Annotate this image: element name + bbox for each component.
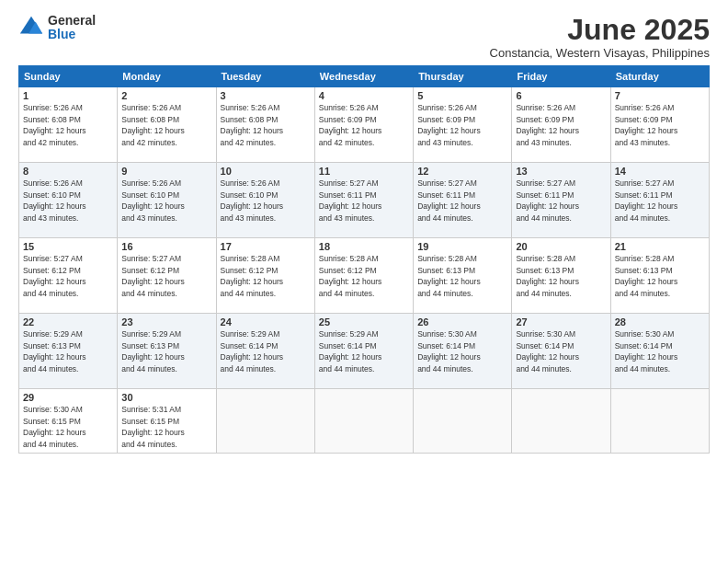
day-info: Sunrise: 5:26 AMSunset: 6:08 PMDaylight:… xyxy=(221,103,284,146)
day-number: 17 xyxy=(221,241,311,252)
day-number: 8 xyxy=(23,166,113,177)
day-number: 29 xyxy=(23,392,113,403)
table-row: 2 Sunrise: 5:26 AMSunset: 6:08 PMDayligh… xyxy=(118,87,216,163)
table-row: 24 Sunrise: 5:29 AMSunset: 6:14 PMDaylig… xyxy=(216,314,314,389)
table-row: 3 Sunrise: 5:26 AMSunset: 6:08 PMDayligh… xyxy=(216,87,314,163)
header-friday: Friday xyxy=(512,66,610,87)
day-number: 6 xyxy=(516,90,606,101)
header-sunday: Sunday xyxy=(19,66,118,87)
day-info: Sunrise: 5:26 AMSunset: 6:08 PMDaylight:… xyxy=(23,103,86,146)
day-info: Sunrise: 5:30 AMSunset: 6:14 PMDaylight:… xyxy=(516,329,579,373)
header-tuesday: Tuesday xyxy=(216,66,314,87)
table-row xyxy=(610,389,709,454)
table-row: 25 Sunrise: 5:29 AMSunset: 6:14 PMDaylig… xyxy=(314,314,413,389)
day-number: 23 xyxy=(121,316,211,327)
day-number: 1 xyxy=(23,90,113,101)
table-row: 5 Sunrise: 5:26 AMSunset: 6:09 PMDayligh… xyxy=(414,87,512,163)
day-info: Sunrise: 5:29 AMSunset: 6:14 PMDaylight:… xyxy=(319,329,382,373)
day-number: 10 xyxy=(221,166,311,177)
day-number: 27 xyxy=(516,316,606,327)
table-row: 23 Sunrise: 5:29 AMSunset: 6:13 PMDaylig… xyxy=(118,314,216,389)
day-number: 21 xyxy=(615,241,705,252)
day-info: Sunrise: 5:28 AMSunset: 6:13 PMDaylight:… xyxy=(615,254,678,297)
header-saturday: Saturday xyxy=(610,66,709,87)
day-info: Sunrise: 5:30 AMSunset: 6:14 PMDaylight:… xyxy=(417,329,481,373)
day-info: Sunrise: 5:29 AMSunset: 6:14 PMDaylight:… xyxy=(221,329,284,373)
table-row: 10 Sunrise: 5:26 AMSunset: 6:10 PMDaylig… xyxy=(216,163,314,238)
header-monday: Monday xyxy=(118,66,216,87)
header-wednesday: Wednesday xyxy=(314,66,413,87)
table-row: 20 Sunrise: 5:28 AMSunset: 6:13 PMDaylig… xyxy=(512,238,610,314)
day-number: 16 xyxy=(121,241,211,252)
day-info: Sunrise: 5:26 AMSunset: 6:10 PMDaylight:… xyxy=(23,178,86,222)
table-row: 13 Sunrise: 5:27 AMSunset: 6:11 PMDaylig… xyxy=(512,163,610,238)
day-info: Sunrise: 5:29 AMSunset: 6:13 PMDaylight:… xyxy=(121,329,185,373)
day-number: 11 xyxy=(319,166,409,177)
month-title: June 2025 xyxy=(490,14,710,46)
table-row: 14 Sunrise: 5:27 AMSunset: 6:11 PMDaylig… xyxy=(610,163,709,238)
table-row: 9 Sunrise: 5:26 AMSunset: 6:10 PMDayligh… xyxy=(118,163,216,238)
table-row: 27 Sunrise: 5:30 AMSunset: 6:14 PMDaylig… xyxy=(512,314,610,389)
logo-text: General Blue xyxy=(48,14,96,42)
day-info: Sunrise: 5:27 AMSunset: 6:11 PMDaylight:… xyxy=(516,178,579,222)
day-number: 25 xyxy=(319,316,409,327)
day-number: 5 xyxy=(417,90,507,101)
table-row: 21 Sunrise: 5:28 AMSunset: 6:13 PMDaylig… xyxy=(610,238,709,314)
table-row: 29 Sunrise: 5:30 AMSunset: 6:15 PMDaylig… xyxy=(19,389,118,454)
day-info: Sunrise: 5:27 AMSunset: 6:12 PMDaylight:… xyxy=(23,254,86,297)
day-info: Sunrise: 5:26 AMSunset: 6:09 PMDaylight:… xyxy=(516,103,579,146)
day-number: 9 xyxy=(121,166,211,177)
location: Constancia, Western Visayas, Philippines xyxy=(490,46,710,60)
day-info: Sunrise: 5:26 AMSunset: 6:09 PMDaylight:… xyxy=(319,103,382,146)
day-info: Sunrise: 5:31 AMSunset: 6:15 PMDaylight:… xyxy=(121,405,185,448)
table-row: 6 Sunrise: 5:26 AMSunset: 6:09 PMDayligh… xyxy=(512,87,610,163)
day-info: Sunrise: 5:26 AMSunset: 6:10 PMDaylight:… xyxy=(121,178,185,222)
day-number: 24 xyxy=(221,316,311,327)
table-row: 4 Sunrise: 5:26 AMSunset: 6:09 PMDayligh… xyxy=(314,87,413,163)
table-row: 7 Sunrise: 5:26 AMSunset: 6:09 PMDayligh… xyxy=(610,87,709,163)
logo-icon xyxy=(18,15,44,40)
table-row: 11 Sunrise: 5:27 AMSunset: 6:11 PMDaylig… xyxy=(314,163,413,238)
day-info: Sunrise: 5:27 AMSunset: 6:11 PMDaylight:… xyxy=(319,178,382,222)
table-row xyxy=(216,389,314,454)
day-info: Sunrise: 5:26 AMSunset: 6:09 PMDaylight:… xyxy=(417,103,481,146)
day-number: 19 xyxy=(417,241,507,252)
table-row: 17 Sunrise: 5:28 AMSunset: 6:12 PMDaylig… xyxy=(216,238,314,314)
logo-blue: Blue xyxy=(48,28,96,41)
table-row: 16 Sunrise: 5:27 AMSunset: 6:12 PMDaylig… xyxy=(118,238,216,314)
page: General Blue June 2025 Constancia, Weste… xyxy=(0,0,728,563)
day-number: 22 xyxy=(23,316,113,327)
day-info: Sunrise: 5:28 AMSunset: 6:12 PMDaylight:… xyxy=(319,254,382,297)
header: General Blue June 2025 Constancia, Weste… xyxy=(18,14,710,60)
day-number: 2 xyxy=(121,90,211,101)
day-info: Sunrise: 5:27 AMSunset: 6:11 PMDaylight:… xyxy=(417,178,481,222)
day-number: 15 xyxy=(23,241,113,252)
day-number: 14 xyxy=(615,166,705,177)
day-info: Sunrise: 5:30 AMSunset: 6:14 PMDaylight:… xyxy=(615,329,678,373)
day-info: Sunrise: 5:29 AMSunset: 6:13 PMDaylight:… xyxy=(23,329,86,373)
day-number: 3 xyxy=(221,90,311,101)
table-row xyxy=(512,389,610,454)
table-row: 12 Sunrise: 5:27 AMSunset: 6:11 PMDaylig… xyxy=(414,163,512,238)
table-row: 22 Sunrise: 5:29 AMSunset: 6:13 PMDaylig… xyxy=(19,314,118,389)
table-row: 1 Sunrise: 5:26 AMSunset: 6:08 PMDayligh… xyxy=(19,87,118,163)
day-number: 28 xyxy=(615,316,705,327)
day-number: 18 xyxy=(319,241,409,252)
table-row: 8 Sunrise: 5:26 AMSunset: 6:10 PMDayligh… xyxy=(19,163,118,238)
day-info: Sunrise: 5:27 AMSunset: 6:12 PMDaylight:… xyxy=(121,254,185,297)
day-number: 26 xyxy=(417,316,507,327)
day-info: Sunrise: 5:26 AMSunset: 6:10 PMDaylight:… xyxy=(221,178,284,222)
day-number: 20 xyxy=(516,241,606,252)
table-row xyxy=(414,389,512,454)
calendar-table: Sunday Monday Tuesday Wednesday Thursday… xyxy=(18,65,710,454)
day-info: Sunrise: 5:27 AMSunset: 6:11 PMDaylight:… xyxy=(615,178,678,222)
table-row: 15 Sunrise: 5:27 AMSunset: 6:12 PMDaylig… xyxy=(19,238,118,314)
table-row: 19 Sunrise: 5:28 AMSunset: 6:13 PMDaylig… xyxy=(414,238,512,314)
logo-general: General xyxy=(48,14,96,28)
day-info: Sunrise: 5:28 AMSunset: 6:12 PMDaylight:… xyxy=(221,254,284,297)
day-info: Sunrise: 5:30 AMSunset: 6:15 PMDaylight:… xyxy=(23,405,86,448)
day-number: 7 xyxy=(615,90,705,101)
day-number: 13 xyxy=(516,166,606,177)
table-row: 18 Sunrise: 5:28 AMSunset: 6:12 PMDaylig… xyxy=(314,238,413,314)
day-info: Sunrise: 5:28 AMSunset: 6:13 PMDaylight:… xyxy=(417,254,481,297)
